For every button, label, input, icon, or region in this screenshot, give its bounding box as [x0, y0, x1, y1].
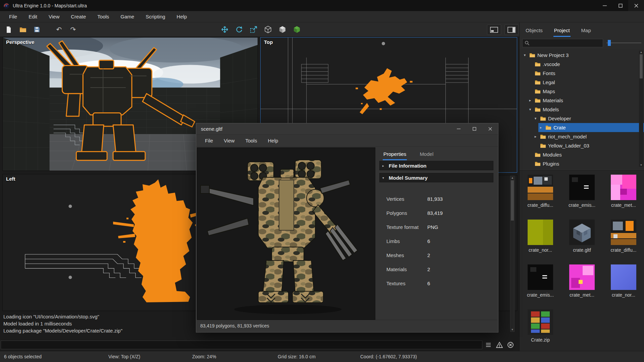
menu-help[interactable]: Help [171, 14, 193, 19]
expander-open-icon[interactable]: ▾ [522, 53, 527, 57]
redo-button[interactable]: ↷ [67, 24, 79, 35]
folder-icon [535, 98, 541, 103]
scrollbar-thumb[interactable] [511, 180, 514, 221]
tab-map[interactable]: Map [581, 24, 592, 37]
tree-scrollbar[interactable]: ▲ ▼ [639, 51, 643, 167]
minimize-button[interactable] [597, 0, 612, 11]
expander-open-icon[interactable]: ▾ [528, 107, 533, 112]
scroll-up-icon[interactable]: ▲ [640, 51, 643, 54]
scrollbar-thumb[interactable] [640, 54, 643, 78]
scale-tool-button[interactable] [248, 24, 260, 35]
asset-thumbnail [569, 264, 595, 290]
scroll-up-icon[interactable]: ▲ [511, 176, 514, 179]
menu-tools[interactable]: Tools [92, 14, 115, 19]
tab-objects[interactable]: Objects [525, 24, 543, 37]
dialog-menu-file[interactable]: File [200, 138, 218, 143]
maximize-button[interactable] [612, 0, 628, 11]
tree-item-maps[interactable]: Maps [520, 87, 644, 96]
expander-closed-icon[interactable]: ▸ [533, 134, 538, 139]
property-texture-format: Texture format PNG [375, 220, 497, 234]
minimize-icon [457, 127, 461, 131]
dialog-title-bar[interactable]: scene.gltf [196, 123, 498, 135]
tree-item-plugins[interactable]: Plugins [520, 159, 644, 168]
rotate-tool-button[interactable] [233, 24, 245, 35]
tree-item-modules[interactable]: Modules [520, 150, 644, 159]
layout-single-button[interactable] [487, 24, 501, 35]
tree-item-vscode[interactable]: .vscode [520, 60, 644, 69]
undo-button[interactable]: ↶ [53, 24, 65, 35]
menu-file[interactable]: File [3, 14, 23, 19]
asset-crate-gltf[interactable]: crate.gltf [561, 220, 603, 264]
section-model-summary[interactable]: ▾ Model Summary [379, 173, 493, 182]
tree-item-materials[interactable]: ▸ Materials [520, 96, 644, 105]
move-tool-button[interactable] [219, 24, 231, 35]
asset-crate-emissive-2[interactable]: crate_emis... [520, 264, 561, 309]
viewport-label-left: Left [6, 176, 15, 182]
expander-open-icon: ▾ [382, 176, 386, 180]
scroll-down-icon[interactable]: ▼ [511, 328, 514, 331]
scroll-down-icon[interactable]: ▼ [640, 164, 643, 167]
tree-item-fonts[interactable]: Fonts [520, 69, 644, 78]
dialog-close-button[interactable] [482, 123, 498, 134]
expander-closed-icon[interactable]: ▸ [538, 125, 543, 130]
menu-view[interactable]: View [43, 14, 65, 19]
clear-console-icon[interactable] [507, 342, 514, 348]
menu-edit[interactable]: Edit [23, 14, 43, 19]
dialog-minimize-button[interactable] [451, 123, 467, 134]
tree-item-riot-mech-model[interactable]: ▸ riot_mech_model [520, 132, 644, 141]
layout-split-button[interactable] [504, 24, 519, 35]
expander-open-icon[interactable]: ▾ [533, 116, 538, 121]
menu-scripting[interactable]: Scripting [140, 14, 171, 19]
new-file-button[interactable] [3, 24, 15, 35]
tree-item-models[interactable]: ▾ Models [520, 105, 644, 114]
close-button[interactable] [628, 0, 644, 11]
tree-item-yellow-ladder-03[interactable]: Yellow_Ladder_03 [520, 141, 644, 150]
asset-crate-metal-1[interactable]: crate_met... [603, 175, 644, 220]
menu-game[interactable]: Game [115, 14, 140, 19]
tab-project[interactable]: Project [553, 24, 571, 37]
warnings-icon[interactable] [496, 342, 503, 348]
tree-item-crate[interactable]: ▸ Crate [520, 123, 644, 132]
zip-archive-icon [528, 309, 553, 335]
slider-track[interactable] [606, 43, 641, 43]
dialog-maximize-button[interactable] [467, 123, 482, 134]
asset-crate-zip[interactable]: Crate.zip [520, 309, 561, 351]
thumbnail-size-slider[interactable] [606, 39, 641, 47]
tree-item-developer[interactable]: ▾ Developer [520, 114, 644, 123]
tab-model[interactable]: Model [419, 148, 434, 160]
solid-mode-button[interactable] [276, 24, 288, 35]
asset-thumbnail [611, 220, 636, 245]
save-button[interactable] [31, 24, 43, 35]
viewport-label-top: Top [264, 39, 273, 45]
tree-item-new-project-3[interactable]: ▾ New Project 3 [520, 51, 644, 60]
properties-panel: Properties Model ▸ File Information ▾ Mo… [375, 147, 497, 319]
asset-crate-emissive-1[interactable]: crate_emis... [561, 175, 603, 220]
asset-crate-normal-1[interactable]: crate_nor... [520, 220, 561, 264]
asset-crate-diffuse-1[interactable]: crate_diffu... [520, 175, 561, 220]
folder-icon [529, 53, 535, 58]
tab-properties[interactable]: Properties [383, 148, 407, 160]
section-file-information[interactable]: ▸ File Information [379, 161, 493, 170]
model-preview[interactable] [197, 147, 375, 320]
textured-mode-button[interactable] [291, 24, 303, 35]
undo-icon: ↶ [56, 26, 62, 33]
dialog-menu-help[interactable]: Help [262, 138, 283, 143]
open-button[interactable] [17, 24, 29, 35]
asset-pane-scrollbar[interactable]: ▲ ▼ [510, 176, 515, 332]
asset-crate-normal-2[interactable]: crate_nor... [603, 264, 644, 309]
tree-item-legal[interactable]: Legal [520, 78, 644, 87]
menu-create[interactable]: Create [65, 14, 92, 19]
dialog-menu-view[interactable]: View [218, 138, 240, 143]
search-input[interactable] [532, 40, 601, 46]
dialog-menu-tools[interactable]: Tools [240, 138, 262, 143]
menu-bar: File Edit View Create Tools Game Scripti… [0, 11, 644, 22]
wireframe-mode-button[interactable] [262, 24, 274, 35]
asset-crate-metal-2[interactable]: crate_met... [561, 264, 603, 309]
log-list-icon[interactable] [485, 342, 492, 348]
asset-crate-diffuse-2[interactable]: crate_diffu... [603, 220, 644, 264]
slider-handle[interactable] [608, 40, 611, 46]
ultra-engine-window: Ultra Engine 1.0.0 - Maps/start.ultra Fi… [0, 0, 644, 362]
project-search-box[interactable] [522, 39, 603, 47]
expander-closed-icon[interactable]: ▸ [528, 98, 533, 103]
console-input[interactable] [1, 341, 482, 349]
